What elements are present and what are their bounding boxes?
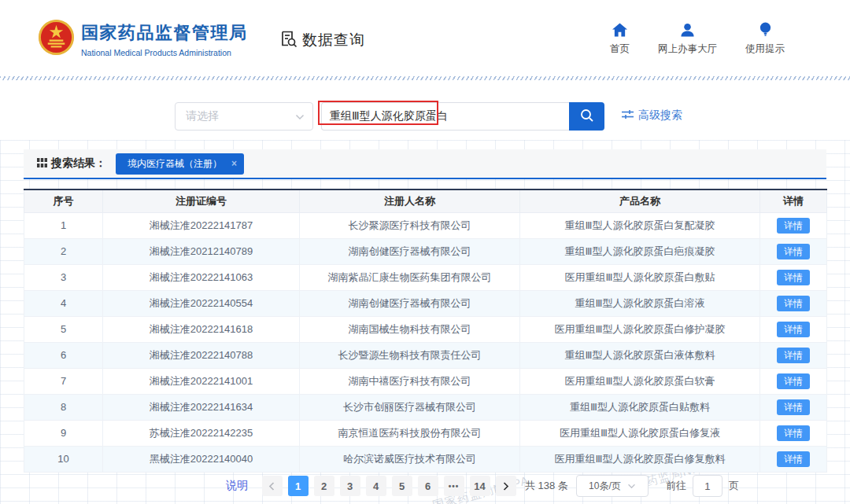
org-title-block: 国家药品监督管理局 National Medical Products Admi… [81, 21, 248, 57]
detail-button[interactable]: 详情 [777, 244, 810, 259]
page-button-3[interactable]: 3 [340, 476, 360, 496]
advanced-search-link[interactable]: 高级搜索 [622, 109, 682, 123]
cell-cert: 湘械注准20222141001 [103, 368, 300, 394]
app-title: 数据查询 [279, 29, 365, 51]
results-table: 序号 注册证编号 注册人名称 产品名称 详情 1 湘械注准20222141787… [24, 189, 827, 473]
cell-registrant: 湖南创健医疗器械有限公司 [300, 238, 520, 264]
col-header-product: 产品名称 [520, 189, 760, 212]
detail-button[interactable]: 详情 [777, 296, 810, 311]
page-button-4[interactable]: 4 [366, 476, 386, 496]
cell-registrant: 湖南国械生物科技有限公司 [300, 316, 520, 342]
table-row: 8 湘械注准20222141634 长沙市创丽医疗器械有限公司 重组Ⅲ型人源化胶… [24, 394, 827, 420]
page-size-select[interactable]: 10条/页 [576, 475, 649, 497]
more-pages-button[interactable]: ••• [444, 476, 464, 496]
results-label-wrap: 搜索结果： [37, 156, 106, 171]
org-name-en: National Medical Products Administration [81, 48, 248, 57]
cell-product: 医用重组Ⅲ型人源化胶原蛋白修复液 [520, 420, 760, 446]
lightbulb-icon [759, 23, 771, 37]
cell-no: 2 [24, 238, 103, 264]
page-size-value: 10条/页 [589, 480, 621, 493]
cell-product: 重组Ⅲ型人源化胶原蛋白贴敷料 [520, 394, 760, 420]
cell-registrant: 长沙暨源生物科技有限责任公司 [300, 342, 520, 368]
detail-button[interactable]: 详情 [777, 373, 810, 389]
cell-registrant: 湖南中禧医疗科技有限公司 [300, 368, 520, 394]
pagination: 说明 1 2 3 4 5 6 ••• 14 共 138 条 10条/页 前往 1… [226, 475, 739, 497]
cell-cert: 湘械注准20222141063 [103, 264, 300, 290]
col-header-detail: 详情 [760, 189, 827, 212]
cell-no: 5 [24, 316, 103, 342]
search-query-text: 重组Ⅲ型人源化胶原蛋白 [330, 109, 448, 123]
goto-suffix: 页 [729, 479, 739, 493]
nav-item-service-hall[interactable]: 网上办事大厅 [658, 23, 717, 56]
table-row: 7 湘械注准20222141001 湖南中禧医疗科技有限公司 医用重组Ⅲ型人源化… [24, 368, 827, 394]
table-row: 10 黑械注准20222140040 哈尔滨诺威医疗技术有限公司 医用重组Ⅲ型人… [24, 446, 827, 472]
detail-button[interactable]: 详情 [777, 270, 810, 285]
detail-button[interactable]: 详情 [777, 322, 810, 337]
page-button-6[interactable]: 6 [418, 476, 438, 496]
cell-cert: 湘械注准20212140789 [103, 238, 300, 264]
top-nav: 首页 网上办事大厅 使用提示 [610, 23, 785, 56]
cell-registrant: 湖南紫晶汇康生物医药集团有限公司 [300, 264, 520, 290]
org-name-zh: 国家药品监督管理局 [81, 21, 248, 45]
result-filter-tag[interactable]: 境内医疗器械（注册） × [116, 153, 244, 175]
cell-no: 9 [24, 420, 103, 446]
cell-no: 3 [24, 264, 103, 290]
nav-label: 首页 [610, 42, 630, 56]
cell-registrant: 哈尔滨诺威医疗技术有限公司 [300, 446, 520, 472]
filter-sliders-icon [622, 109, 634, 122]
grid-icon [37, 157, 47, 170]
cell-product: 医用重组Ⅲ型人源化胶原蛋白修护凝胶 [520, 316, 760, 342]
search-icon [579, 108, 595, 126]
page-button-2[interactable]: 2 [314, 476, 334, 496]
nav-item-usage-tips[interactable]: 使用提示 [745, 23, 785, 56]
nav-label: 使用提示 [745, 42, 785, 56]
table-row: 3 湘械注准20222141063 湖南紫晶汇康生物医药集团有限公司 医用重组Ⅲ… [24, 264, 827, 290]
app-title-text: 数据查询 [302, 30, 365, 50]
data-query-icon [279, 29, 298, 51]
search-input[interactable]: 重组Ⅲ型人源化胶原蛋白 [321, 102, 569, 131]
page-button-5[interactable]: 5 [392, 476, 412, 496]
total-count: 共 138 条 [525, 479, 568, 493]
chevron-down-icon [295, 109, 305, 123]
category-select[interactable]: 请选择 [175, 102, 313, 131]
cell-product: 重组Ⅲ型人源化胶原蛋白复配凝胶 [520, 212, 760, 238]
nav-item-home[interactable]: 首页 [610, 23, 630, 56]
user-icon [680, 23, 695, 37]
detail-button[interactable]: 详情 [777, 425, 810, 441]
cell-registrant: 南京恒道医药科技股份有限公司 [300, 420, 520, 446]
table-row: 5 湘械注准20222141618 湖南国械生物科技有限公司 医用重组Ⅲ型人源化… [24, 316, 827, 342]
table-row: 6 湘械注准20222140788 长沙暨源生物科技有限责任公司 重组Ⅲ型人源化… [24, 342, 827, 368]
cell-product: 医用重组Ⅲ型人源化胶原蛋白修复敷料 [520, 446, 760, 472]
home-icon [612, 23, 627, 37]
goto-page-input[interactable]: 1 [693, 475, 722, 497]
note-link[interactable]: 说明 [226, 479, 248, 493]
cell-product: 重组Ⅲ型人源化胶原蛋白疤痕凝胶 [520, 238, 760, 264]
cell-no: 6 [24, 342, 103, 368]
detail-button[interactable]: 详情 [777, 218, 810, 234]
goto-page-group: 前往 1 页 [666, 475, 739, 497]
table-header-row: 序号 注册证编号 注册人名称 产品名称 详情 [24, 189, 827, 212]
cell-product: 医用重组Ⅲ型人源化胶原蛋白敷贴 [520, 264, 760, 290]
detail-button[interactable]: 详情 [777, 348, 810, 363]
page-button-1[interactable]: 1 [288, 476, 309, 496]
cell-cert: 湘械注准20222140554 [103, 290, 300, 316]
table-row: 1 湘械注准20222141787 长沙聚源医疗科技有限公司 重组Ⅲ型人源化胶原… [24, 212, 827, 238]
detail-button[interactable]: 详情 [777, 451, 810, 467]
table-row: 4 湘械注准20222140554 湖南创健医疗器械有限公司 重组Ⅲ型人源化胶原… [24, 290, 827, 316]
page-button-14[interactable]: 14 [470, 476, 490, 496]
cell-cert: 苏械注准20222142235 [103, 420, 300, 446]
nmpa-emblem-logo [38, 19, 75, 56]
cell-product: 重组Ⅲ型人源化胶原蛋白液体敷料 [520, 342, 760, 368]
cell-registrant: 长沙市创丽医疗器械有限公司 [300, 394, 520, 420]
detail-button[interactable]: 详情 [777, 399, 810, 415]
cell-product: 重组Ⅲ型人源化胶原蛋白溶液 [520, 290, 760, 316]
close-icon[interactable]: × [231, 158, 237, 169]
next-page-button[interactable] [496, 476, 516, 496]
cell-cert: 湘械注准20222140788 [103, 342, 300, 368]
col-header-no: 序号 [24, 189, 103, 212]
cell-registrant: 长沙聚源医疗科技有限公司 [300, 212, 520, 238]
cell-product: 医用重组Ⅲ型人源化胶原蛋白软膏 [520, 368, 760, 394]
search-button[interactable] [569, 102, 604, 131]
prev-page-button[interactable] [262, 476, 283, 496]
cell-no: 8 [24, 394, 103, 420]
